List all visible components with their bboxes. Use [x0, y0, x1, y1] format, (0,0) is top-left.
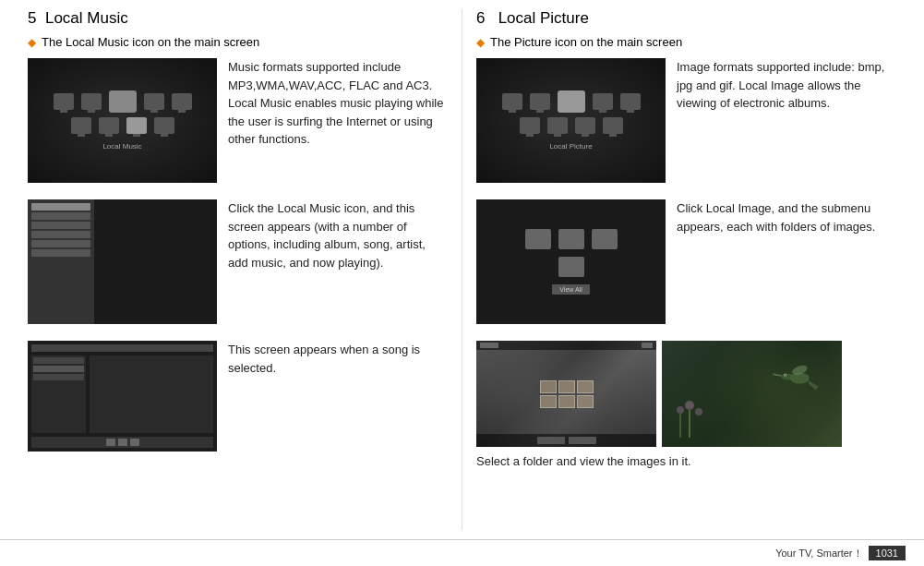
folder-icon-3 [592, 229, 618, 249]
np-item-1 [33, 357, 84, 364]
np-item-2 [33, 366, 84, 372]
top-bar-num [642, 343, 653, 348]
music-main-content [94, 199, 217, 324]
right-section-number: 6 [476, 9, 485, 27]
sidebar-item-2 [31, 212, 90, 220]
gc-5 [558, 395, 575, 408]
hummingbird-icon [768, 350, 823, 415]
left-screenshot-2 [28, 199, 217, 324]
pic-tv-icon-1 [502, 93, 522, 110]
np-next-btn [130, 439, 139, 446]
tv-icon-6 [99, 117, 119, 134]
folder-icon-2 [558, 229, 584, 249]
gc-3 [577, 380, 594, 393]
svg-point-8 [695, 408, 702, 415]
right-block-2: View All Click Local Image, and the subm… [476, 199, 896, 324]
right-desc-1: Image formats supported include: bmp, jp… [677, 58, 896, 113]
pic-tv-icon-8 [603, 117, 623, 134]
center-icon [109, 90, 137, 113]
pic-tv-icon-2 [530, 93, 550, 110]
left-section-number: 5 [28, 9, 36, 27]
pic-tv-icon-3 [593, 93, 613, 110]
sidebar-item-4 [31, 231, 90, 238]
folder-icon-4 [558, 257, 584, 277]
music-list-screen-img [28, 199, 217, 324]
np-controls [31, 437, 213, 448]
gc-2 [558, 380, 575, 393]
np-body [31, 355, 213, 433]
tv-icon-7 [126, 117, 147, 134]
top-bar-item [480, 343, 498, 348]
left-desc-3: This screen appears when a song is selec… [228, 341, 448, 377]
svg-point-7 [685, 401, 694, 410]
svg-point-5 [785, 374, 786, 375]
gallery-nav-1 [537, 437, 565, 444]
right-block-1: Local Picture Image formats supported in… [476, 58, 896, 183]
view-button: View All [552, 284, 589, 295]
picture-list-screen-img: View All [476, 199, 666, 324]
right-desc-2: Click Local Image, and the submenu appea… [677, 199, 896, 235]
left-screenshot-1: Local Music [28, 58, 217, 183]
tv-icon-2 [81, 93, 102, 110]
footer: Your TV, Smarter！ 1031 [0, 539, 924, 566]
sidebar-item-5 [31, 240, 90, 247]
np-sidebar [31, 355, 86, 433]
pic-tv-icon-5 [520, 117, 540, 134]
pic-icon-row-bottom [520, 117, 623, 134]
gallery-bottom-bar [476, 434, 656, 447]
sidebar-item-3 [31, 222, 90, 229]
left-block-1: Local Music Music formats supported incl… [28, 58, 448, 183]
footer-text: Your TV, Smarter！ [775, 547, 862, 560]
right-column: 6 Local Picture ◆ The Picture icon on th… [467, 9, 906, 530]
left-desc-2: Click the Local Music icon, and this scr… [228, 199, 448, 271]
gallery-nav-2 [569, 437, 596, 444]
np-prev-btn [106, 439, 115, 446]
gallery-grid [540, 380, 594, 408]
left-block-2: Click the Local Music icon, and this scr… [28, 199, 448, 324]
tv-icon-3 [144, 93, 164, 110]
now-playing-screen-img [28, 341, 217, 452]
gc-4 [540, 395, 557, 408]
sidebar-item-6 [31, 249, 90, 257]
np-item-3 [33, 374, 84, 380]
pic-tv-icon-7 [575, 117, 595, 134]
tv-icon-4 [172, 93, 192, 110]
np-play-btn [118, 439, 127, 446]
left-screenshot-3 [28, 341, 217, 452]
tv-icon-8 [154, 117, 174, 134]
pic-center-icon [558, 90, 585, 113]
gallery-top-bar [476, 341, 656, 350]
bullet-diamond-icon-right: ◆ [476, 36, 485, 49]
folder-icon-1 [525, 229, 551, 249]
left-bullet-line: ◆ The Local Music icon on the main scree… [28, 35, 448, 49]
left-section-title: 5 Local Music [28, 9, 448, 28]
right-bullet-text: The Picture icon on the main screen [490, 35, 682, 49]
tv-icon-5 [71, 117, 91, 134]
np-info-area [90, 355, 213, 433]
music-sidebar [28, 199, 94, 324]
bullet-diamond-icon: ◆ [28, 36, 36, 49]
picture-main-screen-img: Local Picture [476, 58, 666, 183]
right-section-name: Local Picture [498, 9, 589, 27]
flower-icon [666, 391, 713, 438]
icon-row-top [54, 90, 192, 113]
svg-point-1 [781, 373, 794, 379]
icon-row-bottom [71, 117, 174, 134]
select-folder-text: Select a folder and view the images in i… [476, 454, 896, 468]
page: 5 Local Music ◆ The Local Music icon on … [0, 0, 924, 566]
gallery-thumb-2 [662, 341, 842, 447]
gallery-thumb-1 [476, 341, 656, 447]
pic-tv-icon-6 [547, 117, 568, 134]
left-column: 5 Local Music ◆ The Local Music icon on … [18, 9, 457, 530]
pic-icon-row-top [502, 90, 641, 113]
music-main-screen-img: Local Music [28, 58, 217, 183]
column-divider [462, 9, 462, 530]
screen-label-music: Local Music [102, 142, 141, 151]
right-screenshot-1: Local Picture [476, 58, 666, 183]
right-section-title: 6 Local Picture [476, 9, 896, 28]
gc-6 [577, 395, 594, 408]
pic-tv-icon-4 [620, 93, 641, 110]
left-section-name: Local Music [45, 9, 128, 27]
left-desc-1: Music formats supported include MP3,WMA,… [228, 58, 448, 149]
left-block-3: This screen appears when a song is selec… [28, 341, 448, 452]
